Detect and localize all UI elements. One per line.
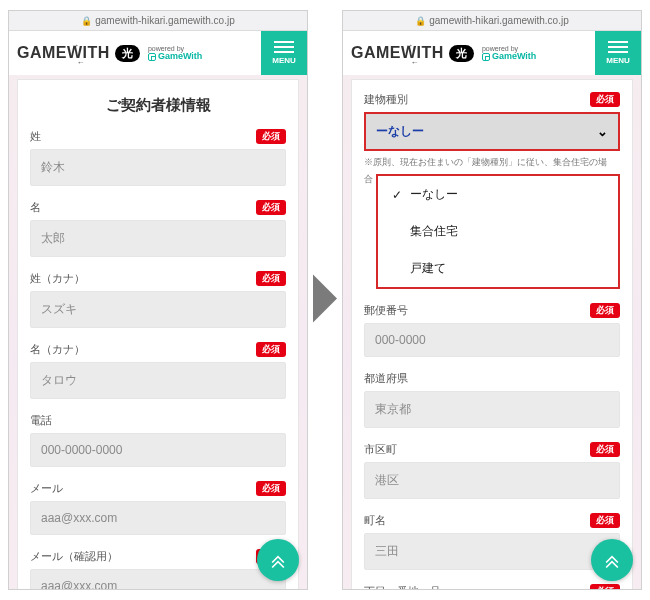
scroll-top-button[interactable] (591, 539, 633, 581)
url-bar: 🔒 gamewith-hikari.gamewith.co.jp (343, 11, 641, 31)
powered-by-brand: GameWith (158, 52, 202, 61)
text-input[interactable]: 000-0000-0000 (30, 433, 286, 467)
required-badge: 必須 (256, 200, 286, 215)
logo-text: GAMEWITH (17, 44, 110, 62)
dropdown-option[interactable]: 戸建て (378, 250, 618, 287)
logo-text: GAMEWITH (351, 44, 444, 62)
dropdown-option[interactable]: ✓ーなしー (378, 176, 618, 213)
logo-pill: 光 (115, 45, 140, 62)
chevrons-up-icon (268, 550, 288, 570)
dropdown-option[interactable]: 集合住宅 (378, 213, 618, 250)
text-input[interactable]: aaa@xxx.com (30, 569, 286, 589)
required-badge: 必須 (590, 584, 620, 589)
required-badge: 必須 (256, 271, 286, 286)
logo-pill: 光 (449, 45, 474, 62)
section-title: ご契約者様情報 (30, 96, 286, 115)
building-type-select[interactable]: ーなしー ⌄ (364, 112, 620, 151)
selected-value: ーなしー (376, 123, 424, 140)
app-header: GAMEWITH →→ 光 powered by GameWith MENU (343, 31, 641, 75)
required-badge: 必須 (256, 342, 286, 357)
phone-right: 🔒 gamewith-hikari.gamewith.co.jp GAMEWIT… (342, 10, 642, 590)
field-label: 姓（カナ） (30, 271, 256, 286)
scroll-top-button[interactable] (257, 539, 299, 581)
form-card-right: 建物種別 必須 ーなしー ⌄ ※原則、現在お住まいの「建物種別」に従い、集合住宅… (351, 79, 633, 589)
chevrons-up-icon (602, 550, 622, 570)
text-input[interactable]: 東京都 (364, 391, 620, 428)
text-input[interactable]: スズキ (30, 291, 286, 328)
form-card-left: ご契約者様情報 姓必須鈴木名必須太郎姓（カナ）必須スズキ名（カナ）必須タロウ電話… (17, 79, 299, 589)
text-input[interactable]: 000-0000 (364, 323, 620, 357)
form-row: 市区町必須港区 (364, 442, 620, 499)
form-row: メール必須aaa@xxx.com (30, 481, 286, 535)
field-label: メール（確認用） (30, 549, 256, 564)
menu-button[interactable]: MENU (595, 31, 641, 75)
arrow-between (310, 272, 340, 329)
form-row: 町名必須三田 (364, 513, 620, 570)
form-row: 電話000-0000-0000 (30, 413, 286, 467)
field-label: 名（カナ） (30, 342, 256, 357)
hamburger-icon (274, 41, 294, 53)
building-type-row: 建物種別 必須 ーなしー ⌄ ※原則、現在お住まいの「建物種別」に従い、集合住宅… (364, 92, 620, 289)
form-row: 名（カナ）必須タロウ (30, 342, 286, 399)
menu-label: MENU (272, 56, 296, 65)
text-input[interactable]: 港区 (364, 462, 620, 499)
text-input[interactable]: 三田 (364, 533, 620, 570)
field-label: 建物種別 (364, 92, 590, 107)
form-row: 姓（カナ）必須スズキ (30, 271, 286, 328)
powered-by-brand: GameWith (492, 52, 536, 61)
chevron-right-icon (310, 272, 340, 326)
url-text: gamewith-hikari.gamewith.co.jp (95, 15, 235, 26)
helper-text: ※原則、現在お住まいの「建物種別」に従い、集合住宅の場 (364, 156, 607, 168)
required-badge: 必須 (590, 442, 620, 457)
check-icon: ✓ (392, 188, 402, 202)
text-input[interactable]: 太郎 (30, 220, 286, 257)
url-bar: 🔒 gamewith-hikari.gamewith.co.jp (9, 11, 307, 31)
brand-logo[interactable]: GAMEWITH →→ 光 powered by GameWith (17, 44, 202, 62)
required-badge: 必須 (590, 513, 620, 528)
lock-icon: 🔒 (81, 16, 92, 26)
building-type-dropdown: ✓ーなしー 集合住宅 戸建て (376, 174, 620, 289)
field-label: 町名 (364, 513, 590, 528)
url-text: gamewith-hikari.gamewith.co.jp (429, 15, 569, 26)
form-row: 姓必須鈴木 (30, 129, 286, 186)
required-badge: 必須 (256, 481, 286, 496)
field-label: 名 (30, 200, 256, 215)
required-badge: 必須 (590, 303, 620, 318)
form-row: 都道府県東京都 (364, 371, 620, 428)
field-label: 電話 (30, 413, 286, 428)
form-row: 郵便番号必須000-0000 (364, 303, 620, 357)
gamewith-icon (148, 53, 156, 61)
form-row: メール（確認用）必須aaa@xxx.com (30, 549, 286, 589)
text-input[interactable]: タロウ (30, 362, 286, 399)
lock-icon: 🔒 (415, 16, 426, 26)
form-row: 名必須太郎 (30, 200, 286, 257)
field-label: 都道府県 (364, 371, 620, 386)
app-header: GAMEWITH →→ 光 powered by GameWith MENU (9, 31, 307, 75)
field-label: 丁目・番地・号 (364, 584, 590, 589)
text-input[interactable]: aaa@xxx.com (30, 501, 286, 535)
menu-button[interactable]: MENU (261, 31, 307, 75)
phone-left: 🔒 gamewith-hikari.gamewith.co.jp GAMEWIT… (8, 10, 308, 590)
chevron-down-icon: ⌄ (597, 124, 608, 139)
brand-logo[interactable]: GAMEWITH →→ 光 powered by GameWith (351, 44, 536, 62)
text-input[interactable]: 鈴木 (30, 149, 286, 186)
menu-label: MENU (606, 56, 630, 65)
gamewith-icon (482, 53, 490, 61)
field-label: 姓 (30, 129, 256, 144)
required-badge: 必須 (590, 92, 620, 107)
field-label: 郵便番号 (364, 303, 590, 318)
hamburger-icon (608, 41, 628, 53)
required-badge: 必須 (256, 129, 286, 144)
form-row: 丁目・番地・号必須1-4-1 (364, 584, 620, 589)
field-label: 市区町 (364, 442, 590, 457)
field-label: メール (30, 481, 256, 496)
